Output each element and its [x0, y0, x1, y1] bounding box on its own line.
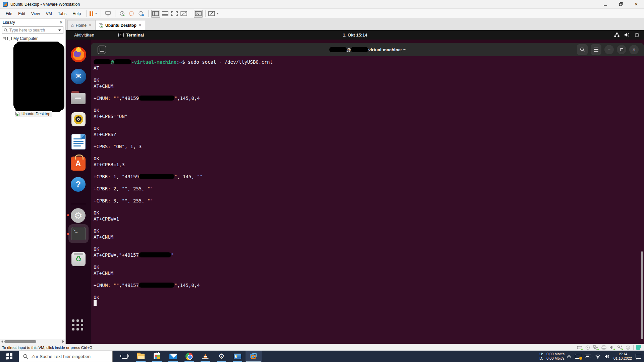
- vm-name-label: Ubuntu Desktop: [21, 112, 50, 116]
- dock-settings-icon[interactable]: ⚙: [71, 208, 86, 224]
- menu-edit[interactable]: Edit: [15, 10, 28, 17]
- printer-device-icon[interactable]: [601, 345, 606, 350]
- scroll-right-icon[interactable]: [62, 340, 64, 343]
- action-center-icon[interactable]: [636, 354, 641, 359]
- terminal-window-icon[interactable]: [98, 46, 106, 54]
- tree-item-ubuntu-desktop[interactable]: Ubuntu Desktop: [15, 111, 52, 117]
- tree-item-my-computer[interactable]: − My Computer: [0, 35, 65, 42]
- dock-libreoffice-writer-icon[interactable]: [71, 134, 86, 150]
- tree-collapse-icon[interactable]: −: [3, 37, 6, 40]
- menu-help[interactable]: Help: [69, 10, 84, 17]
- unity-mode-button[interactable]: [179, 10, 188, 18]
- vmware-titlebar: Ubuntu Desktop - VMware Workstation ✕: [0, 0, 644, 9]
- dock-terminal-tile[interactable]: >_: [68, 224, 89, 243]
- ubuntu-clock[interactable]: 1. Okt 15:14: [343, 33, 367, 38]
- tray-expand-icon[interactable]: [567, 355, 571, 359]
- search-dropdown-icon[interactable]: [58, 29, 61, 31]
- tab-vm-label: Ubuntu Desktop: [105, 23, 137, 28]
- system-monitor-icon: [234, 354, 241, 359]
- volume-icon[interactable]: [624, 33, 630, 37]
- terminal-menu-button[interactable]: [591, 44, 601, 55]
- tray-volume-icon[interactable]: [604, 354, 610, 359]
- sound-device-icon[interactable]: [609, 345, 614, 350]
- taskbar-search-input[interactable]: Zur Suche Text hier eingeben: [19, 351, 113, 362]
- menu-file[interactable]: File: [3, 10, 15, 17]
- send-ctrl-alt-del-button[interactable]: [104, 10, 112, 18]
- tray-sync-icon[interactable]: [575, 354, 581, 359]
- wifi-icon[interactable]: [595, 354, 601, 359]
- running-indicator-dot: [67, 214, 69, 216]
- take-snapshot-button[interactable]: [118, 10, 127, 18]
- battery-icon[interactable]: [585, 355, 591, 358]
- taskbar-microsoft-store[interactable]: [149, 351, 165, 362]
- taskbar-system-monitor[interactable]: [229, 351, 246, 362]
- terminal-icon: >_: [118, 33, 124, 37]
- show-thumbnail-bar-toggle[interactable]: [161, 10, 169, 18]
- terminal-titlebar[interactable]: @virtual-machine: ~ – ✕: [91, 43, 644, 56]
- dock-trash-icon[interactable]: ♻: [71, 251, 86, 267]
- console-view-toggle[interactable]: [194, 10, 203, 18]
- window-close-button[interactable]: ✕: [629, 0, 644, 8]
- network-adapter-device-icon[interactable]: [593, 345, 598, 350]
- snapshot-manager-icon: [138, 11, 144, 16]
- library-search-input[interactable]: Type here to search: [2, 26, 63, 34]
- window-minimize-button[interactable]: [598, 0, 613, 8]
- other-device-icon[interactable]: [625, 345, 631, 350]
- terminal-window[interactable]: @virtual-machine: ~ – ✕ @-virtual-machin…: [91, 43, 644, 344]
- unity-icon: [180, 11, 187, 16]
- activities-button[interactable]: Aktivitäten: [74, 33, 94, 38]
- suspend-vm-button[interactable]: ▼: [89, 10, 98, 18]
- show-applications-icon[interactable]: [72, 319, 83, 330]
- power-icon[interactable]: [635, 33, 639, 37]
- library-close-icon[interactable]: ✕: [59, 20, 63, 25]
- menu-vm[interactable]: VM: [43, 10, 55, 17]
- dock-rhythmbox-icon[interactable]: [71, 112, 86, 127]
- taskbar-file-explorer[interactable]: [133, 351, 149, 362]
- menu-view[interactable]: View: [28, 10, 43, 17]
- taskbar-settings[interactable]: ⚙: [213, 351, 229, 362]
- dock-ubuntu-software-icon[interactable]: A: [71, 155, 86, 171]
- vm-console-screen[interactable]: Aktivitäten >_ Terminal 1. Okt 15:14 ✉ A…: [66, 30, 644, 344]
- toolbar-separator: [101, 10, 101, 17]
- task-view-button[interactable]: [117, 351, 133, 362]
- revert-snapshot-icon: [128, 11, 135, 16]
- library-horizontal-scrollbar[interactable]: [0, 339, 65, 344]
- tab-close-icon[interactable]: ✕: [89, 23, 92, 27]
- terminal-minimize-button[interactable]: –: [604, 45, 614, 54]
- scrollbar-thumb[interactable]: [4, 340, 36, 343]
- fit-guest-button[interactable]: ▼: [208, 10, 219, 18]
- vmware-message-icon[interactable]: [636, 345, 641, 350]
- tab-close-icon[interactable]: ✕: [139, 23, 142, 27]
- dock-files-icon[interactable]: [71, 90, 86, 106]
- revert-snapshot-button[interactable]: [127, 10, 136, 18]
- taskbar-clock[interactable]: 15:14 01.10.2022: [613, 352, 632, 361]
- mail-icon: [169, 354, 177, 359]
- terminal-search-button[interactable]: [577, 44, 588, 55]
- taskbar-vlc[interactable]: [197, 351, 213, 362]
- terminal-maximize-button[interactable]: [617, 45, 626, 54]
- terminal-close-button[interactable]: ✕: [629, 45, 639, 54]
- appmenu-terminal[interactable]: >_ Terminal: [118, 33, 144, 38]
- scroll-left-icon[interactable]: [1, 340, 3, 343]
- fullscreen-button[interactable]: [170, 10, 179, 18]
- dock-firefox-icon[interactable]: [71, 47, 86, 62]
- dock-thunderbird-icon[interactable]: ✉: [71, 69, 86, 84]
- show-library-toggle[interactable]: [151, 10, 160, 18]
- taskbar-chrome[interactable]: [181, 351, 197, 362]
- snapshot-manager-button[interactable]: [137, 10, 146, 18]
- dock-terminal-icon[interactable]: >_: [71, 227, 86, 240]
- window-restore-button[interactable]: [613, 0, 629, 8]
- taskbar-mail[interactable]: [165, 351, 181, 362]
- network-icon[interactable]: [614, 33, 620, 37]
- tab-ubuntu-desktop[interactable]: Ubuntu Desktop ✕: [95, 20, 145, 30]
- cdrom-device-icon[interactable]: [585, 345, 590, 350]
- taskbar-vmware[interactable]: [246, 351, 262, 362]
- tab-home[interactable]: ⌂ Home ✕: [67, 20, 95, 30]
- terminal-scrollbar-thumb[interactable]: [641, 251, 643, 339]
- harddisk-device-icon[interactable]: [577, 345, 582, 350]
- start-button[interactable]: [0, 351, 19, 362]
- menu-tabs[interactable]: Tabs: [55, 10, 69, 17]
- dock-help-icon[interactable]: ?: [71, 177, 86, 192]
- statusbar-message: To direct input to this VM, click inside…: [2, 346, 94, 350]
- usb-device-icon[interactable]: [617, 345, 623, 350]
